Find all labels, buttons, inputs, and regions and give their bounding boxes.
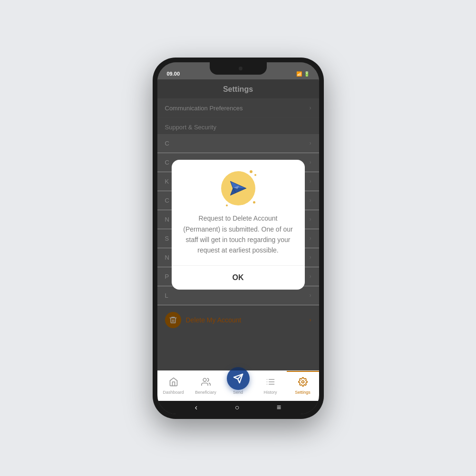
- history-icon: [266, 377, 275, 389]
- paper-plane-circle: [221, 171, 255, 205]
- app-background: Settings Communication Preferences › Sup…: [157, 79, 319, 370]
- home-indicator-bar: ‹ ○ ≡: [157, 401, 319, 414]
- nav-item-send[interactable]: Send: [222, 377, 254, 395]
- modal-card: Request to Delete Account (Permanent) is…: [172, 160, 305, 290]
- svg-point-4: [203, 378, 206, 381]
- menu-button[interactable]: ≡: [277, 403, 281, 412]
- send-icon: [233, 373, 243, 384]
- nav-item-history[interactable]: History: [254, 377, 287, 395]
- nav-beneficiary-label: Beneficiary: [195, 390, 216, 395]
- phone-notch: [210, 62, 267, 75]
- modal-overlay: Request to Delete Account (Permanent) is…: [157, 79, 319, 370]
- modal-message: Request to Delete Account (Permanent) is…: [181, 213, 295, 256]
- home-icon: [169, 377, 178, 389]
- send-fab[interactable]: [227, 367, 250, 390]
- bottom-nav: Dashboard Beneficiary: [157, 370, 319, 401]
- phone-frame: 09.00 📶 🔋 Settings Communication Prefere…: [153, 58, 324, 419]
- back-button[interactable]: ‹: [195, 403, 197, 412]
- nav-send-label: Send: [233, 390, 243, 395]
- paper-plane-icon: [228, 178, 249, 199]
- modal-icon-area: [221, 171, 255, 205]
- nav-item-beneficiary[interactable]: Beneficiary: [190, 377, 222, 395]
- modal-ok-button[interactable]: OK: [181, 266, 295, 290]
- nav-settings-label: Settings: [295, 390, 311, 395]
- settings-icon: [298, 377, 308, 389]
- home-button[interactable]: ○: [235, 403, 240, 412]
- wifi-icon: 📶: [296, 71, 302, 77]
- status-icons: 📶 🔋: [296, 71, 310, 77]
- nav-item-dashboard[interactable]: Dashboard: [157, 377, 190, 395]
- svg-point-13: [301, 380, 304, 383]
- nav-dashboard-label: Dashboard: [163, 390, 184, 395]
- camera-dot: [239, 67, 243, 70]
- nav-item-settings[interactable]: Settings: [287, 377, 319, 395]
- nav-active-line: [287, 371, 319, 372]
- status-time: 09.00: [167, 71, 180, 77]
- nav-history-label: History: [263, 390, 277, 395]
- beneficiary-icon: [201, 377, 211, 389]
- phone-screen: 09.00 📶 🔋 Settings Communication Prefere…: [157, 62, 319, 414]
- battery-icon: 🔋: [304, 71, 310, 77]
